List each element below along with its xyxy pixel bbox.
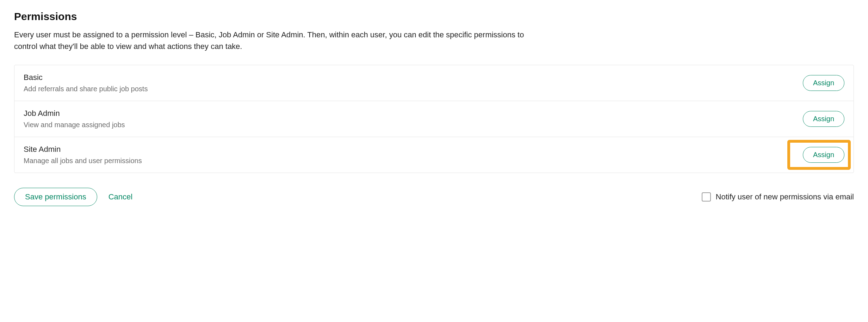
permission-description: Add referrals and share public job posts bbox=[24, 85, 148, 93]
permission-title: Basic bbox=[24, 73, 148, 82]
footer-bar: Save permissions Cancel Notify user of n… bbox=[14, 188, 854, 206]
page-description: Every user must be assigned to a permiss… bbox=[14, 29, 528, 52]
permission-row-job-admin: Job Admin View and manage assigned jobs … bbox=[14, 101, 854, 137]
permission-title: Site Admin bbox=[24, 145, 142, 154]
notify-checkbox[interactable] bbox=[702, 192, 711, 202]
permission-row-site-admin: Site Admin Manage all jobs and user perm… bbox=[14, 137, 854, 173]
permission-info: Site Admin Manage all jobs and user perm… bbox=[24, 145, 142, 165]
permission-description: Manage all jobs and user permissions bbox=[24, 157, 142, 165]
assign-button-job-admin[interactable]: Assign bbox=[803, 111, 844, 127]
permission-row-basic: Basic Add referrals and share public job… bbox=[14, 65, 854, 101]
page-title: Permissions bbox=[14, 11, 854, 23]
save-permissions-button[interactable]: Save permissions bbox=[14, 188, 97, 206]
notify-label: Notify user of new permissions via email bbox=[716, 192, 854, 202]
permission-title: Job Admin bbox=[24, 109, 125, 118]
permission-info: Job Admin View and manage assigned jobs bbox=[24, 109, 125, 129]
footer-right: Notify user of new permissions via email bbox=[702, 192, 854, 202]
cancel-button[interactable]: Cancel bbox=[108, 192, 132, 202]
assign-button-site-admin[interactable]: Assign bbox=[803, 147, 844, 163]
permission-list: Basic Add referrals and share public job… bbox=[14, 65, 854, 173]
permission-description: View and manage assigned jobs bbox=[24, 121, 125, 129]
footer-left: Save permissions Cancel bbox=[14, 188, 132, 206]
permission-info: Basic Add referrals and share public job… bbox=[24, 73, 148, 93]
assign-button-basic[interactable]: Assign bbox=[803, 75, 844, 91]
